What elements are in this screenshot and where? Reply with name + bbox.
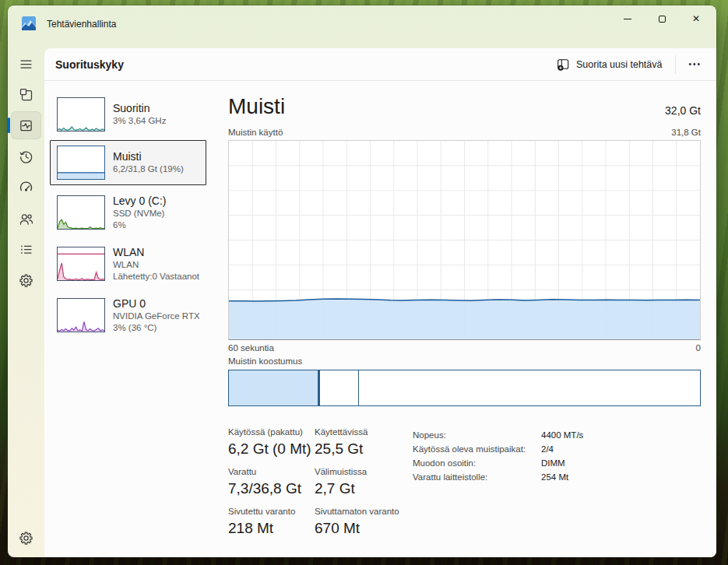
perf-item-memory[interactable]: Muisti 6,2/31,8 Gt (19%) (50, 140, 206, 185)
memory-usage-chart[interactable] (228, 140, 701, 340)
hamburger-icon (19, 57, 33, 72)
detail-label: Nopeus: (413, 428, 541, 442)
users-icon (19, 212, 33, 226)
stat-label: Käytettävissä (315, 426, 399, 437)
panel-header: Suorituskyky Suorita uusi tehtävä ••• (44, 48, 716, 81)
detail-row: Käytössä oleva muistipaikat: 2/4 (413, 442, 583, 456)
stat-label: Varattu (228, 466, 315, 477)
settings-gear-icon (19, 531, 33, 546)
item-stat: WLAN (113, 259, 199, 271)
run-new-task-label: Suorita uusi tehtävä (576, 59, 663, 70)
usage-chart-max: 31,8 Gt (671, 128, 701, 137)
main-panel: Suorituskyky Suorita uusi tehtävä ••• (44, 48, 716, 557)
stat-label: Välimuistissa (315, 466, 399, 477)
detail-label: Varattu laitteistolle: (413, 470, 541, 484)
task-manager-window: Tehtävienhallinta ✕ (8, 5, 716, 557)
composition-segment-in-use (229, 370, 320, 405)
history-clock-icon (19, 149, 33, 164)
stat-cell: Sivutettu varanto 218 Mt (228, 506, 315, 538)
sidebar-item-details[interactable] (11, 235, 41, 263)
detail-value: 2/4 (541, 442, 554, 456)
memory-usage-area-chart (229, 141, 700, 339)
item-stat: 6,2/31,8 Gt (19%) (113, 163, 199, 175)
stat-value: 218 Mt (228, 519, 315, 538)
x-axis-right-label: 0 (696, 343, 701, 353)
window-title: Tehtävienhallinta (47, 19, 116, 30)
minimize-button[interactable] (610, 7, 645, 30)
item-stat: 3% 3,64 GHz (113, 115, 199, 127)
item-title: Suoritin (113, 102, 199, 115)
perf-item-wlan[interactable]: WLAN WLAN Lähetetty:0 Vastaanotet (50, 240, 206, 288)
detail-value: 254 Mt (541, 470, 568, 484)
sidebar-item-startup-apps[interactable] (11, 173, 41, 201)
titlebar[interactable]: Tehtävienhallinta ✕ (8, 5, 716, 43)
details-list-icon (19, 242, 33, 257)
sidebar-item-processes[interactable] (11, 80, 41, 108)
perf-item-gpu[interactable]: GPU 0 NVIDIA GeForce RTX 407 3% (36 °C) (50, 291, 206, 339)
item-title: Muisti (113, 150, 199, 163)
sidebar-item-app-history[interactable] (11, 142, 41, 170)
composition-label: Muistin koostumus (228, 356, 302, 366)
stat-value: 670 Mt (315, 519, 399, 538)
memory-detail: Muisti 32,0 Gt Muistin käyttö 31,8 Gt 60… (228, 81, 701, 557)
memory-capacity: 32,0 Gt (665, 104, 701, 120)
stat-label: Sivutettu varanto (228, 506, 315, 517)
stat-cell: Käytössä (pakattu) 6,2 Gt (0 Mt) (228, 426, 315, 458)
page-title: Suorituskyky (55, 58, 124, 71)
item-title: WLAN (113, 246, 199, 259)
disk-mini-chart (57, 195, 105, 230)
sidebar-item-services[interactable] (11, 266, 41, 294)
wlan-mini-chart (57, 247, 105, 281)
speedometer-icon (19, 180, 33, 195)
detail-row: Nopeus: 4400 MT/s (413, 428, 583, 442)
services-gear-icon (19, 273, 33, 288)
stat-value: 2,7 Gt (315, 479, 399, 498)
desktop-wallpaper: Tehtävienhallinta ✕ (0, 0, 728, 565)
settings-button[interactable] (11, 524, 41, 552)
stat-value: 6,2 Gt (0 Mt) (228, 440, 315, 458)
maximize-button[interactable] (645, 7, 679, 30)
memory-composition-bar[interactable] (228, 370, 701, 406)
memory-title: Muisti (228, 93, 285, 120)
perf-item-disk[interactable]: Levy 0 (C:) SSD (NVMe) 6% (50, 188, 206, 237)
run-new-task-button[interactable]: Suorita uusi tehtävä (549, 54, 670, 75)
performance-icon (19, 118, 33, 133)
detail-label: Muodon osoitin: (413, 456, 541, 470)
perf-item-cpu[interactable]: Suoritin 3% 3,64 GHz (50, 92, 206, 137)
detail-label: Käytössä oleva muistipaikat: (413, 442, 541, 456)
item-stat: 6% (113, 219, 199, 231)
minimize-icon (624, 19, 631, 19)
task-manager-app-icon (22, 16, 36, 30)
sidebar-item-performance[interactable] (11, 111, 41, 139)
stat-cell: Välimuistissa 2,7 Gt (315, 466, 399, 498)
item-stat: SSD (NVMe) (113, 208, 199, 219)
processes-icon (19, 87, 33, 102)
detail-row: Varattu laitteistolle: 254 Mt (413, 470, 583, 484)
more-options-button[interactable]: ••• (681, 55, 709, 73)
stat-label: Sivuttamaton varanto (315, 506, 399, 517)
detail-row: Muodon osoitin: DIMM (413, 456, 583, 470)
composition-segment-modified-standby (320, 370, 359, 405)
detail-value: 4400 MT/s (541, 428, 583, 442)
close-button[interactable]: ✕ (679, 7, 713, 30)
selected-indicator (8, 118, 10, 133)
memory-hardware-details: Nopeus: 4400 MT/s Käytössä oleva muistip… (413, 428, 583, 484)
stat-value: 25,5 Gt (315, 440, 399, 458)
stat-cell: Käytettävissä 25,5 Gt (315, 426, 399, 458)
item-title: Levy 0 (C:) (113, 195, 199, 208)
navigation-rail (8, 43, 44, 557)
item-stat: NVIDIA GeForce RTX 407 (113, 311, 199, 322)
memory-mini-chart (57, 146, 105, 180)
detail-value: DIMM (541, 456, 565, 470)
maximize-icon (659, 16, 666, 23)
sidebar-item-users[interactable] (11, 205, 41, 233)
stat-cell: Sivuttamaton varanto 670 Mt (315, 506, 399, 538)
cpu-mini-chart (57, 97, 105, 132)
composition-segment-free (359, 370, 700, 405)
item-stat: Lähetetty:0 Vastaanotet (113, 271, 199, 282)
panel-body: Suoritin 3% 3,64 GHz Muisti 6,2/31,8 Gt … (44, 81, 716, 557)
menu-button[interactable] (11, 50, 41, 78)
stat-value: 7,3/36,8 Gt (228, 479, 315, 498)
item-stat: 3% (36 °C) (113, 322, 199, 334)
usage-chart-label: Muistin käyttö (228, 128, 283, 137)
